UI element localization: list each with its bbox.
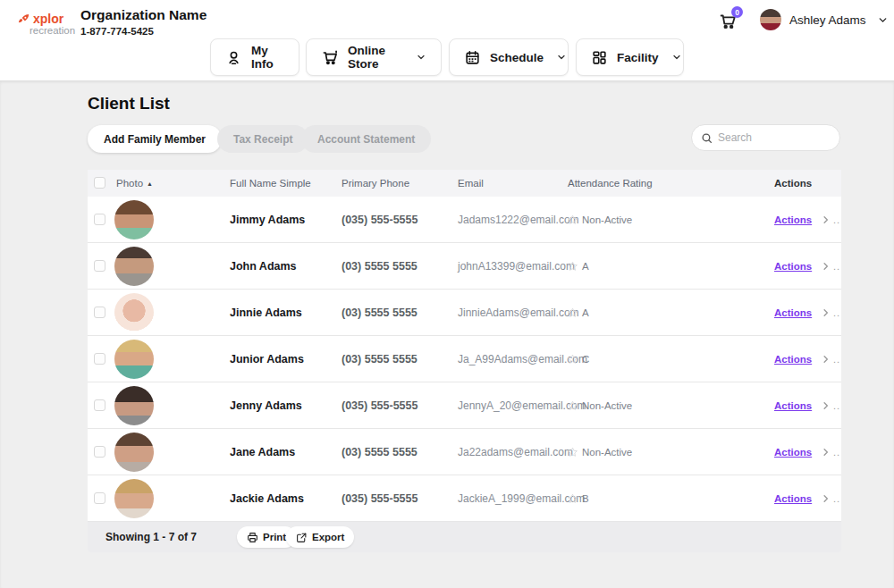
- cart-badge: 0: [731, 6, 743, 18]
- table-header-row: Photo ▲ Full Name Simple Primary Phone E…: [88, 170, 841, 197]
- table-row: Jackie Adams (035) 555-5555 JackieA_1999…: [88, 475, 841, 522]
- table-footer: Showing 1 - 7 of 7 Print Export: [88, 522, 841, 552]
- client-name: Jenny Adams: [230, 399, 302, 412]
- more-options-icon[interactable]: ..: [833, 400, 840, 411]
- client-photo: [114, 386, 154, 425]
- chevron-right-icon[interactable]: [821, 307, 831, 317]
- org-phone: 1-877-774-5425: [80, 26, 207, 37]
- column-header-photo[interactable]: Photo ▲: [116, 178, 153, 189]
- rocket-icon: [17, 13, 30, 26]
- more-options-icon[interactable]: ..: [833, 307, 840, 318]
- chevron-right-icon[interactable]: [821, 400, 831, 410]
- column-header-full-name[interactable]: Full Name Simple: [230, 178, 311, 189]
- rating-label: Non-Active: [582, 214, 632, 225]
- rating-label: A: [582, 261, 589, 272]
- account-statement-button[interactable]: Account Statement: [301, 125, 431, 153]
- star-icon: [567, 446, 578, 458]
- row-checkbox[interactable]: [94, 446, 105, 458]
- client-name: Jane Adams: [230, 446, 295, 458]
- client-phone: (03) 5555 5555: [342, 307, 417, 319]
- search-input[interactable]: [718, 131, 825, 144]
- attendance-rating: Non-Active: [567, 214, 632, 225]
- showing-count: Showing 1 - 7 of 7: [105, 531, 197, 543]
- table-row: Jane Adams (03) 5555 5555 Ja22adams@emai…: [88, 429, 841, 475]
- row-checkbox[interactable]: [94, 399, 105, 411]
- nav-online-store-button[interactable]: Online Store: [306, 38, 442, 76]
- logo-brand-text: xplor: [33, 12, 63, 26]
- cart-icon: [321, 48, 339, 66]
- star-icon: [567, 260, 578, 272]
- client-phone: (035) 555-5555: [342, 492, 417, 505]
- logo-sub-text: recreation: [30, 25, 75, 36]
- actions-link[interactable]: Actions: [774, 307, 812, 318]
- table-row: Jinnie Adams (03) 5555 5555 JinnieAdams@…: [88, 290, 841, 336]
- chevron-right-icon[interactable]: [821, 214, 831, 224]
- client-email: Jadams1222@email.com: [458, 214, 579, 226]
- row-checkbox[interactable]: [94, 260, 105, 272]
- row-checkbox[interactable]: [94, 307, 105, 318]
- header-cart-button[interactable]: 0: [718, 11, 739, 30]
- chevron-right-icon[interactable]: [821, 447, 831, 457]
- select-all-checkbox[interactable]: [94, 177, 105, 189]
- row-checkbox[interactable]: [94, 492, 105, 504]
- client-email: JackieA_1999@email.com: [458, 492, 585, 505]
- export-button[interactable]: Export: [286, 526, 354, 548]
- actions-link[interactable]: Actions: [774, 493, 812, 504]
- chevron-right-icon[interactable]: [821, 493, 831, 503]
- more-options-icon[interactable]: ..: [833, 261, 840, 272]
- client-photo: [114, 293, 154, 332]
- rating-label: Non-Active: [582, 400, 632, 411]
- rating-label: C: [582, 354, 589, 365]
- client-photo: [114, 433, 154, 472]
- nav-label: Schedule: [490, 51, 544, 64]
- rating-label: Non-Active: [582, 447, 632, 458]
- column-header-email[interactable]: Email: [458, 178, 484, 189]
- export-icon: [296, 532, 308, 543]
- actions-link[interactable]: Actions: [774, 400, 812, 411]
- user-menu[interactable]: Ashley Adams: [760, 9, 889, 30]
- client-email: Ja22adams@email.com: [458, 446, 573, 458]
- more-options-icon[interactable]: ..: [833, 354, 840, 365]
- client-name: Jimmy Adams: [230, 214, 305, 226]
- search-box[interactable]: [691, 124, 840, 151]
- actions-link[interactable]: Actions: [774, 354, 812, 365]
- rating-label: A: [582, 307, 589, 318]
- screen: xplor recreation Organization Name 1-877…: [0, 0, 894, 588]
- nav-schedule-button[interactable]: Schedule: [449, 38, 569, 76]
- add-family-member-button[interactable]: Add Family Member: [88, 125, 222, 153]
- row-checkbox[interactable]: [94, 353, 105, 365]
- button-label: Tax Receipt: [233, 133, 292, 146]
- star-icon: [567, 307, 578, 318]
- nav-my-info-button[interactable]: My Info: [210, 38, 299, 76]
- sort-asc-icon: ▲: [147, 181, 153, 187]
- tax-receipt-button[interactable]: Tax Receipt: [217, 125, 308, 153]
- star-icon: [567, 353, 578, 365]
- page-title: Client List: [88, 94, 170, 113]
- nav-facility-button[interactable]: Facility: [576, 38, 684, 76]
- button-label: Print: [263, 532, 286, 542]
- more-options-icon[interactable]: ..: [833, 447, 840, 458]
- star-icon: [567, 399, 578, 411]
- more-options-icon[interactable]: ..: [833, 214, 840, 225]
- table-row: Jimmy Adams (035) 555-5555 Jadams1222@em…: [88, 197, 841, 243]
- main-content: Client List Add Family Member Tax Receip…: [0, 80, 894, 588]
- org-name: Organization Name: [80, 7, 207, 23]
- actions-link[interactable]: Actions: [774, 261, 812, 272]
- column-header-attendance[interactable]: Attendance Rating: [568, 178, 653, 189]
- client-photo: [114, 200, 154, 239]
- more-options-icon[interactable]: ..: [833, 493, 840, 504]
- person-icon: [225, 49, 242, 66]
- chevron-right-icon[interactable]: [821, 261, 831, 271]
- client-email: JinnieAdams@email.com: [458, 307, 579, 319]
- user-name: Ashley Adams: [789, 13, 866, 27]
- actions-link[interactable]: Actions: [774, 214, 812, 225]
- xplor-logo[interactable]: xplor recreation: [17, 12, 75, 36]
- client-phone: (03) 5555 5555: [342, 446, 417, 458]
- column-header-phone[interactable]: Primary Phone: [342, 178, 409, 189]
- client-phone: (035) 555-5555: [342, 214, 417, 226]
- row-checkbox[interactable]: [94, 214, 105, 225]
- client-name: Junior Adams: [230, 353, 304, 365]
- client-name: Jinnie Adams: [230, 307, 302, 319]
- chevron-right-icon[interactable]: [821, 354, 831, 364]
- actions-link[interactable]: Actions: [774, 447, 812, 458]
